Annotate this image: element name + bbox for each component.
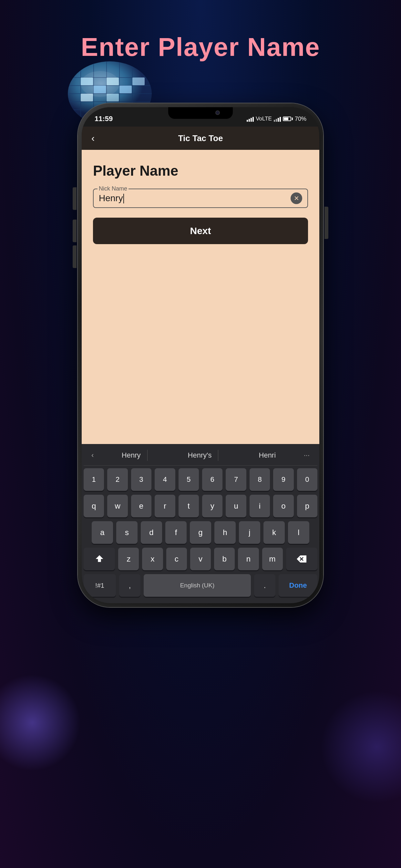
symbols-key[interactable]: !#1 bbox=[84, 574, 116, 597]
key-f[interactable]: f bbox=[165, 521, 187, 544]
key-t[interactable]: t bbox=[179, 495, 199, 517]
key-2[interactable]: 2 bbox=[107, 468, 127, 491]
key-m[interactable]: m bbox=[262, 548, 283, 570]
key-w[interactable]: w bbox=[107, 495, 127, 517]
bottom-row: !#1 , English (UK) . Done bbox=[84, 574, 317, 597]
back-button[interactable]: ‹ bbox=[91, 133, 95, 144]
status-right: VoLTE 70% bbox=[247, 116, 306, 122]
network-type: VoLTE bbox=[256, 116, 272, 122]
key-l[interactable]: l bbox=[288, 521, 309, 544]
input-value: Henry bbox=[99, 193, 124, 204]
key-v[interactable]: v bbox=[190, 548, 211, 570]
key-z[interactable]: z bbox=[118, 548, 139, 570]
key-1[interactable]: 1 bbox=[84, 468, 104, 491]
asdf-row: a s d f g h j k l bbox=[84, 521, 317, 544]
svg-point-19 bbox=[81, 71, 120, 97]
status-time: 11:59 bbox=[95, 115, 113, 123]
qwerty-row: q w e r t y u i o p bbox=[84, 495, 317, 517]
keyboard-rows: 1 2 3 4 5 6 7 8 9 0 q w bbox=[84, 466, 317, 597]
key-k[interactable]: k bbox=[264, 521, 285, 544]
key-n[interactable]: n bbox=[238, 548, 258, 570]
key-x[interactable]: x bbox=[142, 548, 163, 570]
key-j[interactable]: j bbox=[239, 521, 260, 544]
signal2-icon bbox=[274, 116, 281, 122]
period-key[interactable]: . bbox=[254, 574, 275, 597]
key-y[interactable]: y bbox=[202, 495, 222, 517]
key-u[interactable]: u bbox=[226, 495, 246, 517]
front-camera bbox=[215, 111, 220, 115]
page-title: Enter Player Name bbox=[0, 32, 401, 62]
suggestion-2[interactable]: Henry's bbox=[181, 450, 219, 461]
backspace-key[interactable] bbox=[286, 548, 317, 570]
clear-input-button[interactable]: ✕ bbox=[290, 192, 302, 204]
key-0[interactable]: 0 bbox=[297, 468, 317, 491]
app-bar-title: Tic Tac Toe bbox=[178, 133, 223, 144]
suggestion-1[interactable]: Henry bbox=[115, 450, 148, 461]
shift-key[interactable] bbox=[84, 548, 115, 570]
key-7[interactable]: 7 bbox=[226, 468, 246, 491]
key-q[interactable]: q bbox=[84, 495, 104, 517]
notch bbox=[168, 107, 233, 119]
keyboard: ‹ Henry Henry's Henri ··· 1 2 3 4 bbox=[82, 444, 319, 603]
key-c[interactable]: c bbox=[166, 548, 187, 570]
autocomplete-more-icon[interactable]: ··· bbox=[299, 451, 314, 460]
suggestion-3[interactable]: Henri bbox=[252, 450, 282, 461]
key-o[interactable]: o bbox=[273, 495, 294, 517]
phone-frame: 11:59 VoLTE bbox=[78, 103, 323, 607]
zxcv-row: z x c v b n m bbox=[84, 548, 317, 570]
done-key[interactable]: Done bbox=[279, 574, 317, 597]
space-key[interactable]: English (UK) bbox=[144, 574, 251, 597]
autocomplete-suggestions: Henry Henry's Henri bbox=[98, 450, 299, 461]
key-p[interactable]: p bbox=[297, 495, 317, 517]
bg-glow-left bbox=[0, 674, 81, 771]
next-button[interactable]: Next bbox=[93, 218, 308, 244]
key-8[interactable]: 8 bbox=[250, 468, 270, 491]
number-row: 1 2 3 4 5 6 7 8 9 0 bbox=[84, 468, 317, 491]
bg-glow-right bbox=[320, 690, 401, 803]
battery-icon bbox=[283, 117, 293, 121]
autocomplete-bar: ‹ Henry Henry's Henri ··· bbox=[84, 447, 317, 466]
svg-rect-15 bbox=[120, 86, 132, 93]
key-e[interactable]: e bbox=[131, 495, 151, 517]
key-s[interactable]: s bbox=[116, 521, 137, 544]
key-5[interactable]: 5 bbox=[179, 468, 199, 491]
phone-screen: 11:59 VoLTE bbox=[82, 107, 319, 603]
key-d[interactable]: d bbox=[141, 521, 162, 544]
key-6[interactable]: 6 bbox=[202, 468, 222, 491]
nickname-input-container[interactable]: Nick Name Henry ✕ bbox=[93, 189, 308, 208]
battery-percent: 70% bbox=[295, 116, 306, 122]
key-b[interactable]: b bbox=[214, 548, 235, 570]
key-a[interactable]: a bbox=[92, 521, 113, 544]
comma-key[interactable]: , bbox=[119, 574, 141, 597]
key-4[interactable]: 4 bbox=[155, 468, 175, 491]
key-9[interactable]: 9 bbox=[273, 468, 294, 491]
form-heading: Player Name bbox=[93, 163, 308, 179]
key-i[interactable]: i bbox=[250, 495, 270, 517]
input-label: Nick Name bbox=[97, 185, 128, 192]
autocomplete-back-icon[interactable]: ‹ bbox=[87, 451, 98, 460]
app-bar: ‹ Tic Tac Toe bbox=[82, 127, 319, 150]
svg-rect-17 bbox=[132, 78, 145, 85]
key-3[interactable]: 3 bbox=[131, 468, 151, 491]
key-h[interactable]: h bbox=[214, 521, 236, 544]
main-content: Player Name Nick Name Henry ✕ Next bbox=[82, 150, 319, 444]
signal-icon bbox=[247, 116, 254, 122]
key-r[interactable]: r bbox=[155, 495, 175, 517]
key-g[interactable]: g bbox=[190, 521, 211, 544]
